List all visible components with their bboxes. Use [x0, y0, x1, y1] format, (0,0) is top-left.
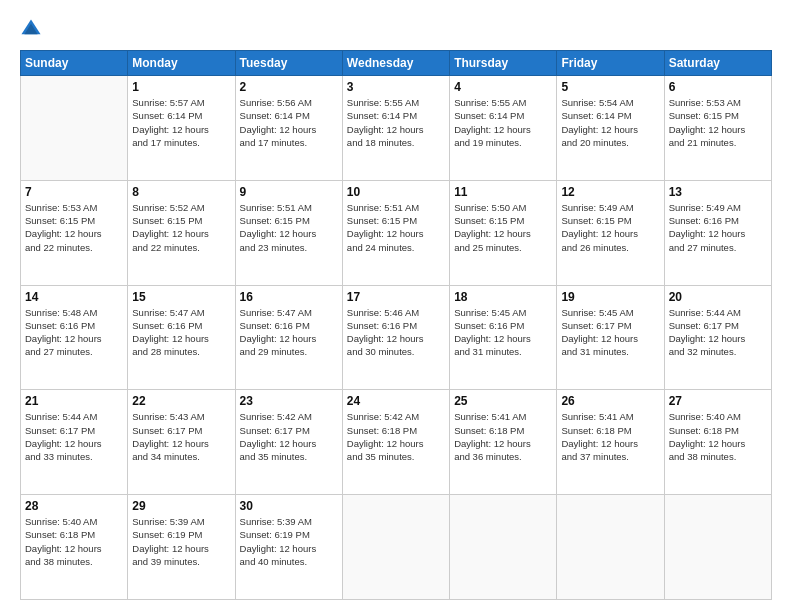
day-info: Sunrise: 5:44 AMSunset: 6:17 PMDaylight:… [669, 306, 767, 359]
day-info: Sunrise: 5:42 AMSunset: 6:17 PMDaylight:… [240, 410, 338, 463]
day-number: 22 [132, 394, 230, 408]
day-cell: 21Sunrise: 5:44 AMSunset: 6:17 PMDayligh… [21, 390, 128, 495]
day-info: Sunrise: 5:54 AMSunset: 6:14 PMDaylight:… [561, 96, 659, 149]
day-number: 6 [669, 80, 767, 94]
day-cell: 24Sunrise: 5:42 AMSunset: 6:18 PMDayligh… [342, 390, 449, 495]
day-cell [21, 76, 128, 181]
day-number: 20 [669, 290, 767, 304]
week-row-3: 14Sunrise: 5:48 AMSunset: 6:16 PMDayligh… [21, 285, 772, 390]
weekday-sunday: Sunday [21, 51, 128, 76]
day-cell: 7Sunrise: 5:53 AMSunset: 6:15 PMDaylight… [21, 180, 128, 285]
day-info: Sunrise: 5:39 AMSunset: 6:19 PMDaylight:… [132, 515, 230, 568]
weekday-wednesday: Wednesday [342, 51, 449, 76]
weekday-saturday: Saturday [664, 51, 771, 76]
day-cell: 20Sunrise: 5:44 AMSunset: 6:17 PMDayligh… [664, 285, 771, 390]
day-number: 23 [240, 394, 338, 408]
day-cell: 2Sunrise: 5:56 AMSunset: 6:14 PMDaylight… [235, 76, 342, 181]
day-number: 16 [240, 290, 338, 304]
day-number: 2 [240, 80, 338, 94]
day-info: Sunrise: 5:40 AMSunset: 6:18 PMDaylight:… [669, 410, 767, 463]
day-cell [342, 495, 449, 600]
day-cell [557, 495, 664, 600]
week-row-1: 1Sunrise: 5:57 AMSunset: 6:14 PMDaylight… [21, 76, 772, 181]
day-info: Sunrise: 5:55 AMSunset: 6:14 PMDaylight:… [454, 96, 552, 149]
day-cell: 11Sunrise: 5:50 AMSunset: 6:15 PMDayligh… [450, 180, 557, 285]
day-number: 1 [132, 80, 230, 94]
day-info: Sunrise: 5:52 AMSunset: 6:15 PMDaylight:… [132, 201, 230, 254]
day-cell: 18Sunrise: 5:45 AMSunset: 6:16 PMDayligh… [450, 285, 557, 390]
day-info: Sunrise: 5:49 AMSunset: 6:16 PMDaylight:… [669, 201, 767, 254]
day-cell: 14Sunrise: 5:48 AMSunset: 6:16 PMDayligh… [21, 285, 128, 390]
day-info: Sunrise: 5:51 AMSunset: 6:15 PMDaylight:… [347, 201, 445, 254]
day-info: Sunrise: 5:47 AMSunset: 6:16 PMDaylight:… [240, 306, 338, 359]
day-number: 3 [347, 80, 445, 94]
day-number: 26 [561, 394, 659, 408]
day-cell: 19Sunrise: 5:45 AMSunset: 6:17 PMDayligh… [557, 285, 664, 390]
day-cell: 10Sunrise: 5:51 AMSunset: 6:15 PMDayligh… [342, 180, 449, 285]
day-number: 12 [561, 185, 659, 199]
day-cell: 29Sunrise: 5:39 AMSunset: 6:19 PMDayligh… [128, 495, 235, 600]
day-number: 7 [25, 185, 123, 199]
page: SundayMondayTuesdayWednesdayThursdayFrid… [0, 0, 792, 612]
day-cell: 9Sunrise: 5:51 AMSunset: 6:15 PMDaylight… [235, 180, 342, 285]
week-row-4: 21Sunrise: 5:44 AMSunset: 6:17 PMDayligh… [21, 390, 772, 495]
day-info: Sunrise: 5:42 AMSunset: 6:18 PMDaylight:… [347, 410, 445, 463]
day-cell: 5Sunrise: 5:54 AMSunset: 6:14 PMDaylight… [557, 76, 664, 181]
day-info: Sunrise: 5:39 AMSunset: 6:19 PMDaylight:… [240, 515, 338, 568]
day-cell: 17Sunrise: 5:46 AMSunset: 6:16 PMDayligh… [342, 285, 449, 390]
day-info: Sunrise: 5:40 AMSunset: 6:18 PMDaylight:… [25, 515, 123, 568]
day-number: 28 [25, 499, 123, 513]
day-number: 29 [132, 499, 230, 513]
calendar-body: 1Sunrise: 5:57 AMSunset: 6:14 PMDaylight… [21, 76, 772, 600]
day-cell: 25Sunrise: 5:41 AMSunset: 6:18 PMDayligh… [450, 390, 557, 495]
week-row-5: 28Sunrise: 5:40 AMSunset: 6:18 PMDayligh… [21, 495, 772, 600]
weekday-tuesday: Tuesday [235, 51, 342, 76]
day-info: Sunrise: 5:43 AMSunset: 6:17 PMDaylight:… [132, 410, 230, 463]
logo-icon [20, 18, 42, 40]
day-cell: 23Sunrise: 5:42 AMSunset: 6:17 PMDayligh… [235, 390, 342, 495]
day-cell: 30Sunrise: 5:39 AMSunset: 6:19 PMDayligh… [235, 495, 342, 600]
week-row-2: 7Sunrise: 5:53 AMSunset: 6:15 PMDaylight… [21, 180, 772, 285]
day-info: Sunrise: 5:44 AMSunset: 6:17 PMDaylight:… [25, 410, 123, 463]
day-cell [664, 495, 771, 600]
day-number: 15 [132, 290, 230, 304]
day-cell: 27Sunrise: 5:40 AMSunset: 6:18 PMDayligh… [664, 390, 771, 495]
day-info: Sunrise: 5:55 AMSunset: 6:14 PMDaylight:… [347, 96, 445, 149]
day-info: Sunrise: 5:48 AMSunset: 6:16 PMDaylight:… [25, 306, 123, 359]
day-info: Sunrise: 5:41 AMSunset: 6:18 PMDaylight:… [561, 410, 659, 463]
day-number: 27 [669, 394, 767, 408]
day-cell: 6Sunrise: 5:53 AMSunset: 6:15 PMDaylight… [664, 76, 771, 181]
day-cell: 28Sunrise: 5:40 AMSunset: 6:18 PMDayligh… [21, 495, 128, 600]
day-info: Sunrise: 5:45 AMSunset: 6:16 PMDaylight:… [454, 306, 552, 359]
day-info: Sunrise: 5:57 AMSunset: 6:14 PMDaylight:… [132, 96, 230, 149]
day-number: 13 [669, 185, 767, 199]
weekday-friday: Friday [557, 51, 664, 76]
day-number: 18 [454, 290, 552, 304]
day-number: 25 [454, 394, 552, 408]
weekday-monday: Monday [128, 51, 235, 76]
day-number: 5 [561, 80, 659, 94]
day-number: 19 [561, 290, 659, 304]
day-number: 8 [132, 185, 230, 199]
day-info: Sunrise: 5:49 AMSunset: 6:15 PMDaylight:… [561, 201, 659, 254]
day-info: Sunrise: 5:53 AMSunset: 6:15 PMDaylight:… [25, 201, 123, 254]
day-cell: 3Sunrise: 5:55 AMSunset: 6:14 PMDaylight… [342, 76, 449, 181]
day-cell: 1Sunrise: 5:57 AMSunset: 6:14 PMDaylight… [128, 76, 235, 181]
day-info: Sunrise: 5:45 AMSunset: 6:17 PMDaylight:… [561, 306, 659, 359]
day-number: 4 [454, 80, 552, 94]
day-number: 14 [25, 290, 123, 304]
weekday-thursday: Thursday [450, 51, 557, 76]
day-cell: 15Sunrise: 5:47 AMSunset: 6:16 PMDayligh… [128, 285, 235, 390]
logo [20, 18, 44, 40]
day-info: Sunrise: 5:46 AMSunset: 6:16 PMDaylight:… [347, 306, 445, 359]
day-info: Sunrise: 5:56 AMSunset: 6:14 PMDaylight:… [240, 96, 338, 149]
day-cell: 22Sunrise: 5:43 AMSunset: 6:17 PMDayligh… [128, 390, 235, 495]
day-number: 24 [347, 394, 445, 408]
day-info: Sunrise: 5:41 AMSunset: 6:18 PMDaylight:… [454, 410, 552, 463]
day-number: 30 [240, 499, 338, 513]
day-cell: 26Sunrise: 5:41 AMSunset: 6:18 PMDayligh… [557, 390, 664, 495]
day-cell: 8Sunrise: 5:52 AMSunset: 6:15 PMDaylight… [128, 180, 235, 285]
day-number: 21 [25, 394, 123, 408]
day-cell: 4Sunrise: 5:55 AMSunset: 6:14 PMDaylight… [450, 76, 557, 181]
day-number: 10 [347, 185, 445, 199]
